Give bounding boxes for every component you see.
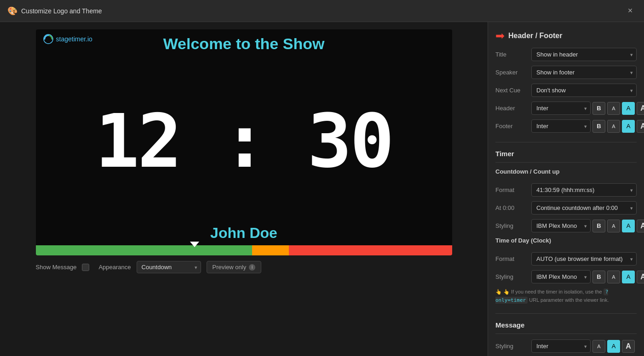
footer-font-select[interactable]: Inter IBM Plex Mono Roboto	[531, 119, 591, 133]
progress-triangle	[190, 242, 199, 247]
hand-emoji: 👆	[495, 289, 502, 294]
header-size-small-button[interactable]: A	[607, 102, 620, 115]
message-font-select-wrapper: Inter IBM Plex Mono Roboto	[531, 339, 591, 353]
appearance-label: Appearance	[98, 264, 131, 271]
timer-section: Timer Countdown / Count up Format 41:30:…	[495, 150, 637, 304]
speaker-name: John Doe	[36, 221, 452, 245]
tod-format-row: Format AUTO (use browser time format) 12…	[495, 252, 637, 266]
progress-orange	[252, 245, 289, 255]
header-footer-section: Title Show in header Show in footer Don'…	[495, 48, 637, 133]
tod-font-select-wrapper: IBM Plex Mono Inter Roboto	[531, 270, 591, 283]
at-zero-row: At 0:00 Continue countdown after 0:00 St…	[495, 201, 637, 215]
message-size-large-button[interactable]: A	[622, 340, 635, 353]
footer-font-select-wrapper: Inter IBM Plex Mono Roboto	[531, 119, 591, 133]
title-select-wrapper: Show in header Show in footer Don't show	[531, 48, 637, 61]
tod-styling-row: Styling IBM Plex Mono Inter Roboto B A A…	[495, 270, 637, 283]
message-font-controls: Inter IBM Plex Mono Roboto A A A	[531, 339, 635, 353]
tod-format-select-wrapper: AUTO (use browser time format) 12h 24h	[531, 252, 637, 266]
footer-bold-button[interactable]: B	[592, 120, 605, 133]
timer-font-select-wrapper: IBM Plex Mono Inter Roboto	[531, 219, 591, 232]
header-font-select-wrapper: Inter IBM Plex Mono Roboto	[531, 102, 591, 115]
tod-size-large-button[interactable]: A	[637, 271, 644, 283]
red-arrow-icon: ➡	[495, 29, 505, 42]
message-styling-row: Styling Inter IBM Plex Mono Roboto A A A	[495, 339, 637, 353]
timer-bold-button[interactable]: B	[592, 220, 605, 232]
title-select[interactable]: Show in header Show in footer Don't show	[531, 48, 637, 61]
header-font-controls: Inter IBM Plex Mono Roboto B A A A	[531, 102, 644, 115]
speaker-select-wrapper: Show in footer Show in header Don't show	[531, 66, 637, 79]
speaker-select[interactable]: Show in footer Show in header Don't show	[531, 66, 637, 79]
appearance-select[interactable]: Countdown Clock Message	[137, 261, 201, 273]
title-field-row: Title Show in header Show in footer Don'…	[495, 48, 637, 61]
footer-size-large-button[interactable]: A	[637, 120, 644, 133]
title-bar-left: 🎨 Customize Logo and Theme	[7, 6, 102, 16]
header-font-label: Header	[495, 105, 528, 112]
tod-subtitle: Time of Day (Clock)	[495, 237, 637, 249]
preview-screen: stagetimer.io Welcome to the Show 12 : 3…	[36, 29, 452, 255]
show-message-label: Show Message	[36, 264, 77, 271]
header-footer-section-title: Header / Footer	[508, 32, 562, 40]
preview-only-label: Preview only	[213, 264, 247, 271]
preview-controls: Show Message Appearance Countdown Clock …	[36, 261, 452, 273]
tod-format-select[interactable]: AUTO (use browser time format) 12h 24h	[531, 252, 637, 266]
nextcue-field-row: Next Cue Don't show Show in header Show …	[495, 84, 637, 97]
at-zero-select[interactable]: Continue countdown after 0:00 Stop at 0:…	[531, 201, 637, 215]
close-button[interactable]: ×	[624, 5, 637, 17]
message-size-medium-button[interactable]: A	[607, 340, 620, 353]
main-content: stagetimer.io Welcome to the Show 12 : 3…	[0, 22, 644, 356]
tod-format-label: Format	[495, 255, 528, 262]
timer-format-label: Format	[495, 186, 528, 193]
tod-font-controls: IBM Plex Mono Inter Roboto B A A A	[531, 270, 644, 283]
arrow-annotation: ➡ Header / Footer	[495, 29, 637, 42]
timer-size-small-button[interactable]: A	[607, 220, 620, 232]
header-bold-button[interactable]: B	[592, 102, 605, 115]
nextcue-label: Next Cue	[495, 87, 528, 94]
timer-section-title: Timer	[495, 150, 637, 163]
message-section-title: Message	[495, 321, 637, 334]
timer-font-select[interactable]: IBM Plex Mono Inter Roboto	[531, 219, 591, 232]
message-font-select[interactable]: Inter IBM Plex Mono Roboto	[531, 339, 591, 353]
progress-red	[289, 245, 452, 255]
tod-size-small-button[interactable]: A	[607, 271, 620, 283]
preview-panel: stagetimer.io Welcome to the Show 12 : 3…	[0, 22, 488, 356]
header-font-select[interactable]: Inter IBM Plex Mono Roboto	[531, 102, 591, 115]
progress-green	[36, 245, 252, 255]
nextcue-select[interactable]: Don't show Show in header Show in footer	[531, 84, 637, 97]
timer-font-controls: IBM Plex Mono Inter Roboto B A A A	[531, 219, 644, 232]
timer-info-text: 👆 👆 If you need the timer in isolation, …	[495, 288, 637, 304]
divider-2	[495, 313, 637, 314]
timer-styling-row: Styling IBM Plex Mono Inter Roboto B A A…	[495, 219, 637, 232]
tod-font-select[interactable]: IBM Plex Mono Inter Roboto	[531, 270, 591, 283]
preview-only-button[interactable]: Preview only i	[207, 261, 262, 273]
timer-display: 12 : 30	[36, 62, 452, 221]
header-size-medium-button[interactable]: A	[622, 102, 635, 115]
message-styling-label: Styling	[495, 343, 528, 350]
timer-size-medium-button[interactable]: A	[622, 220, 635, 232]
footer-size-small-button[interactable]: A	[607, 120, 620, 133]
footer-font-controls: Inter IBM Plex Mono Roboto B A A A	[531, 119, 644, 133]
tod-bold-button[interactable]: B	[592, 271, 605, 283]
timer-format-select[interactable]: 41:30:59 (hhh:mm:ss) 1:30:59 (h:mm:ss) 3…	[531, 183, 637, 197]
footer-font-label: Footer	[495, 123, 528, 130]
header-size-large-button[interactable]: A	[637, 102, 644, 115]
app-icon: 🎨	[7, 6, 17, 16]
show-message-checkbox[interactable]	[82, 264, 89, 271]
timer-styling-label: Styling	[495, 222, 528, 229]
nextcue-select-wrapper: Don't show Show in header Show in footer	[531, 84, 637, 97]
message-size-small-button[interactable]: A	[592, 340, 605, 353]
footer-size-medium-button[interactable]: A	[622, 120, 635, 133]
speaker-field-row: Speaker Show in footer Show in header Do…	[495, 66, 637, 79]
speaker-label: Speaker	[495, 69, 528, 76]
show-title: Welcome to the Show	[163, 35, 325, 53]
title-label: Title	[495, 51, 528, 58]
dialog-title: Customize Logo and Theme	[21, 7, 102, 15]
preview-title-container: Welcome to the Show	[36, 29, 452, 58]
timer-format-row: Format 41:30:59 (hhh:mm:ss) 1:30:59 (h:m…	[495, 183, 637, 197]
footer-font-row: Footer Inter IBM Plex Mono Roboto B A A …	[495, 119, 637, 133]
countdown-subtitle: Countdown / Count up	[495, 168, 637, 180]
info-icon: i	[249, 264, 255, 271]
appearance-select-wrapper: Countdown Clock Message	[137, 261, 201, 273]
tod-styling-label: Styling	[495, 273, 528, 280]
tod-size-medium-button[interactable]: A	[622, 271, 635, 283]
timer-size-large-button[interactable]: A	[637, 220, 644, 232]
